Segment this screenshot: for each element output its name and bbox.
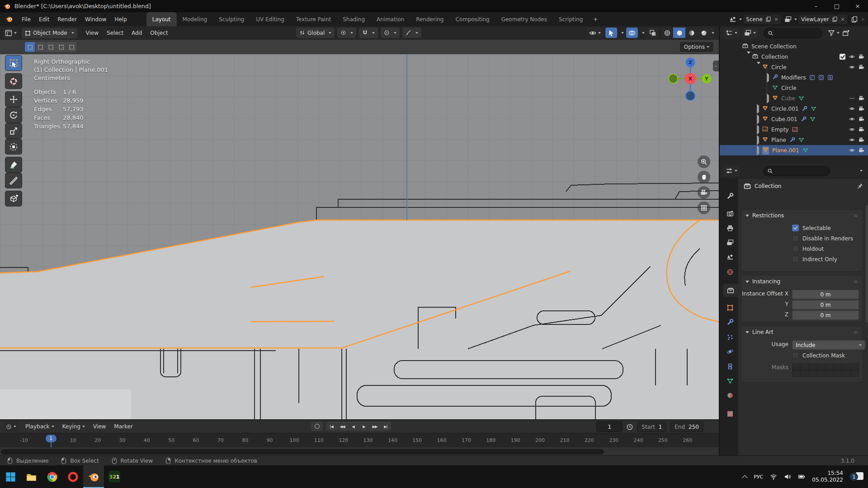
eye-icon[interactable] bbox=[849, 64, 855, 70]
editor-type-button[interactable] bbox=[3, 28, 19, 38]
properties-tab-view-layer[interactable] bbox=[722, 236, 738, 249]
tool-move[interactable] bbox=[5, 92, 22, 107]
properties-options-icon[interactable] bbox=[860, 170, 863, 172]
instance-offset-z-field[interactable]: 0 m bbox=[792, 310, 859, 320]
properties-tab-object[interactable] bbox=[722, 301, 738, 314]
add-workspace-button[interactable]: + bbox=[589, 12, 602, 26]
volume-icon[interactable] bbox=[784, 473, 791, 480]
tool-select-box[interactable] bbox=[5, 56, 22, 70]
timeline-menu-marker[interactable]: Marker bbox=[110, 423, 137, 430]
eye-icon[interactable] bbox=[849, 137, 855, 143]
shading-wireframe-button[interactable] bbox=[661, 28, 673, 38]
camera-icon[interactable] bbox=[859, 137, 864, 143]
taskbar-blender[interactable] bbox=[83, 465, 104, 488]
selectable-checkbox[interactable] bbox=[792, 225, 799, 231]
clear-scene-icon[interactable]: × bbox=[774, 16, 778, 23]
instance-offset-instance-offset-x-field[interactable]: 0 m bbox=[792, 290, 859, 299]
timeline-menu-keying[interactable]: Keying bbox=[58, 423, 89, 430]
properties-search[interactable] bbox=[763, 166, 830, 176]
battery-icon[interactable] bbox=[798, 473, 805, 480]
disclosure-right-icon[interactable] bbox=[767, 95, 772, 102]
shading-solid-button[interactable] bbox=[673, 28, 685, 38]
outliner-row-collection[interactable]: Collection bbox=[720, 52, 868, 62]
tab-geometry-nodes[interactable]: Geometry Nodes bbox=[495, 12, 553, 26]
maximize-button[interactable]: □ bbox=[826, 0, 847, 12]
outliner-row-cube[interactable]: Cube bbox=[720, 93, 868, 103]
axis-neg-y-handle[interactable] bbox=[669, 74, 678, 83]
taskbar-media-player[interactable]: 321 bbox=[104, 465, 125, 488]
jump-to-end-button[interactable]: ▶| bbox=[380, 422, 391, 431]
properties-tab-scene[interactable] bbox=[722, 250, 738, 263]
properties-tab-world[interactable] bbox=[722, 265, 738, 278]
shading-material-button[interactable] bbox=[685, 28, 698, 38]
properties-tab-render[interactable] bbox=[722, 207, 738, 220]
taskbar-browser[interactable] bbox=[62, 465, 83, 488]
panel-header-line-art[interactable]: Line Art bbox=[741, 326, 863, 338]
clear-viewlayer-icon[interactable]: × bbox=[840, 16, 845, 23]
tab-rendering[interactable]: Rendering bbox=[410, 12, 449, 26]
viewport-menu-view[interactable]: View bbox=[82, 30, 103, 36]
properties-scrollbar[interactable] bbox=[866, 205, 868, 323]
tool-rotate[interactable] bbox=[5, 108, 22, 122]
viewport-menu-object[interactable]: Object bbox=[146, 30, 172, 36]
properties-tab-collection[interactable] bbox=[723, 284, 738, 297]
shading-rendered-button[interactable] bbox=[698, 28, 710, 38]
nav-zoom-button[interactable] bbox=[698, 155, 710, 168]
remove-layer-icon[interactable]: × bbox=[861, 16, 865, 23]
disclosure-right-icon[interactable] bbox=[757, 137, 762, 143]
viewport-menu-select[interactable]: Select bbox=[103, 30, 127, 36]
snapping[interactable] bbox=[359, 28, 378, 38]
wifi-icon[interactable] bbox=[770, 473, 777, 480]
outliner-row-empty[interactable]: Empty bbox=[720, 124, 868, 135]
outliner-filter[interactable] bbox=[828, 29, 840, 37]
current-frame-marker[interactable]: 1 bbox=[46, 435, 57, 442]
disclosure-down-icon[interactable] bbox=[757, 64, 762, 70]
properties-tab-material[interactable] bbox=[722, 389, 738, 402]
outliner-row-scene-collection[interactable]: Scene Collection bbox=[720, 41, 868, 52]
pivot-point[interactable] bbox=[337, 28, 356, 38]
hidden-icons-icon[interactable] bbox=[742, 475, 748, 481]
nav-grid-button[interactable] bbox=[698, 202, 710, 214]
outliner-display-mode[interactable] bbox=[742, 28, 758, 38]
disclosure-down-icon[interactable] bbox=[747, 54, 752, 60]
properties-tab-output[interactable] bbox=[722, 221, 738, 235]
play-reverse-button[interactable]: ◀ bbox=[348, 422, 359, 431]
blender-menu-icon[interactable] bbox=[5, 15, 13, 23]
nav-hand-button[interactable] bbox=[698, 171, 710, 183]
notification-center[interactable]: 1 bbox=[850, 472, 863, 482]
menu-file[interactable]: File bbox=[18, 16, 35, 23]
frame-start-field[interactable]: Start1 bbox=[637, 422, 666, 432]
tool-annotate[interactable] bbox=[5, 157, 22, 172]
tab-modeling[interactable]: Modeling bbox=[177, 12, 213, 26]
taskbar-file-explorer[interactable] bbox=[21, 465, 42, 488]
select-mode-invert[interactable] bbox=[56, 42, 66, 52]
minimize-button[interactable]: – bbox=[806, 0, 826, 12]
tab-layout[interactable]: Layout bbox=[146, 12, 177, 26]
proportional-falloff[interactable] bbox=[402, 28, 421, 38]
eye-icon[interactable] bbox=[849, 127, 855, 132]
select-mode-intersect[interactable] bbox=[66, 42, 76, 52]
tab-texture-paint[interactable]: Texture Paint bbox=[290, 12, 337, 26]
jump-to-start-button[interactable]: |◀ bbox=[326, 422, 337, 431]
new-collection-icon[interactable] bbox=[842, 29, 849, 37]
properties-tab-modifiers[interactable] bbox=[722, 315, 738, 328]
disclosure-right-icon[interactable] bbox=[757, 106, 762, 112]
taskbar-clock[interactable]: 15:54 05.05.2022 bbox=[812, 470, 843, 483]
eye-icon[interactable] bbox=[849, 106, 855, 112]
camera-icon[interactable] bbox=[859, 95, 864, 101]
collection-mask-checkbox[interactable] bbox=[792, 352, 799, 359]
timeline-menu-view[interactable]: View bbox=[89, 423, 110, 430]
axis-neg-z-handle[interactable] bbox=[686, 91, 695, 100]
outliner-row-circle-data[interactable]: Circle bbox=[720, 83, 868, 93]
eye-icon[interactable] bbox=[849, 147, 855, 153]
disable-in-renders-checkbox[interactable] bbox=[792, 235, 799, 242]
current-frame-field[interactable]: 1 bbox=[596, 422, 623, 432]
timeline-ruler[interactable]: -101020304050607080901001101201301401501… bbox=[0, 433, 719, 448]
viewport-menu-add[interactable]: Add bbox=[127, 30, 146, 36]
outliner-row-plane-001[interactable]: Plane.001 bbox=[720, 145, 868, 155]
disclosure-right-icon[interactable] bbox=[757, 147, 762, 154]
tab-animation[interactable]: Animation bbox=[371, 12, 410, 26]
camera-icon[interactable] bbox=[859, 127, 864, 132]
tool-transform[interactable] bbox=[5, 139, 22, 154]
instance-offset-y-field[interactable]: 0 m bbox=[792, 300, 859, 310]
